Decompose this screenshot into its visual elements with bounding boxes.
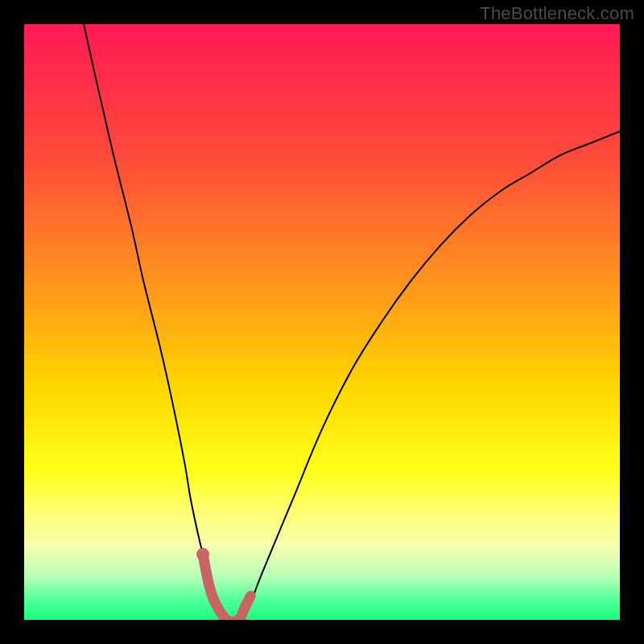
bottleneck-curve bbox=[84, 24, 620, 620]
highlight-dot bbox=[196, 548, 209, 561]
chart-frame: TheBottleneck.com bbox=[0, 0, 644, 644]
watermark-text: TheBottleneck.com bbox=[480, 3, 634, 24]
curve-layer bbox=[24, 24, 620, 620]
highlight-segment bbox=[203, 555, 250, 620]
plot-area bbox=[24, 24, 620, 620]
